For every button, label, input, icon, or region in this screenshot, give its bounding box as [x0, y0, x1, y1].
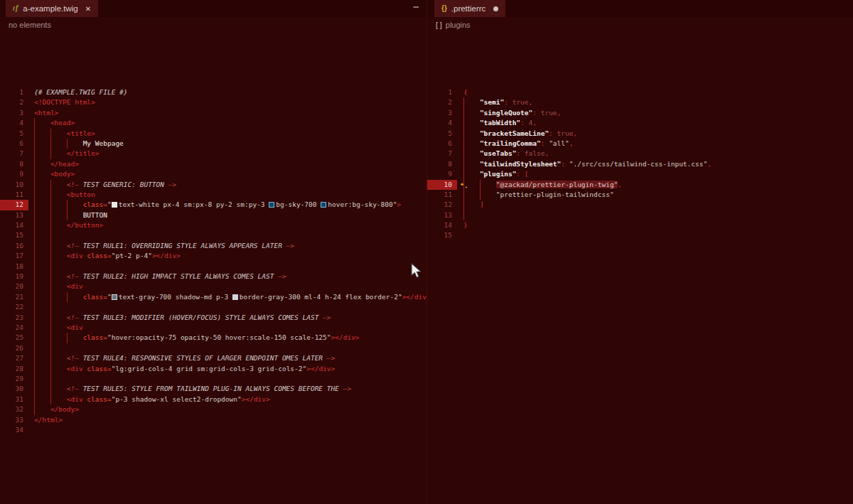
code-text — [28, 343, 67, 353]
code-line[interactable]: 14} — [427, 220, 853, 230]
tab-prettierrc[interactable]: {} .prettierrc — [434, 0, 505, 17]
code-line[interactable]: 13BUTTON — [0, 210, 426, 220]
tab-bar-right: {} .prettierrc — [427, 0, 853, 17]
code-line[interactable]: 29 — [0, 374, 426, 384]
indent-guide — [50, 333, 67, 343]
tab-a-example-twig[interactable]: ıƒ a-example.twig ✕ — [6, 0, 98, 17]
code-line[interactable]: 14</button> — [0, 220, 426, 230]
code-text: <div class="p-3 shadow-xl select2-dropdo… — [28, 395, 270, 404]
indent-guide — [34, 384, 50, 394]
breadcrumb[interactable]: [ ] plugins — [427, 17, 853, 33]
code-line[interactable]: 11<button — [0, 190, 426, 200]
code-text: "plugins": [ — [457, 169, 529, 179]
code-line[interactable]: 20<div — [0, 282, 426, 291]
code-line[interactable]: 6My Webpage — [0, 139, 426, 149]
indent-guide — [34, 404, 50, 414]
code-line[interactable]: 31<div class="p-3 shadow-xl select2-drop… — [0, 395, 426, 404]
modified-dot-icon[interactable] — [493, 6, 498, 11]
code-line[interactable]: 19<!— TEST RULE2: HIGH IMPACT STYLE ALWA… — [0, 272, 426, 282]
line-number: 12 — [0, 200, 28, 210]
code-line[interactable]: 8</head> — [0, 159, 426, 169]
code-line[interactable]: 7"useTabs": false, — [427, 149, 853, 159]
indent-guide — [50, 220, 67, 230]
line-number: 4 — [427, 118, 457, 128]
indent-guide — [67, 210, 83, 220]
code-line[interactable]: 25class="hover:opacity-75 opacity-50 hov… — [0, 333, 426, 343]
line-number: 32 — [0, 404, 28, 414]
indent-guide — [67, 333, 83, 343]
indent-guide — [34, 118, 50, 128]
line-number: 12 — [427, 200, 457, 210]
code-line[interactable]: 5"bracketSameLine": true, — [427, 129, 853, 139]
indent-guide — [67, 139, 83, 149]
code-text — [28, 425, 34, 435]
code-line[interactable]: 10<!— TEST GENERIC: BUTTON —> — [0, 180, 426, 190]
code-line[interactable]: 17<div class="pt-2 p-4"></div> — [0, 251, 426, 261]
code-line[interactable]: 12class="text-white px-4 sm:px-8 py-2 sm… — [0, 200, 426, 210]
indent-guide — [50, 251, 67, 261]
indent-guide — [463, 108, 480, 118]
sparkle-icon[interactable]: ✦✦ — [460, 181, 464, 188]
line-number: 5 — [0, 129, 28, 139]
code-line[interactable]: 8"tailwindStylesheet": "./src/css/tailwi… — [427, 159, 853, 169]
line-number: 11 — [427, 190, 457, 200]
code-line[interactable]: 4<head> — [0, 118, 426, 128]
indent-guide — [50, 139, 67, 149]
breadcrumb[interactable]: no elements — [0, 17, 426, 33]
code-line[interactable]: 10"@zackad/prettier-plugin-twig",✦✦ — [427, 180, 853, 190]
code-line[interactable]: 12] — [427, 200, 853, 210]
indent-guide — [50, 262, 67, 272]
code-line[interactable]: 1{# EXAMPLE.TWIG FILE #} — [0, 87, 426, 97]
code-line[interactable]: 23<!— TEST RULE3: MODIFIER (HOVER/FOCUS)… — [0, 313, 426, 323]
code-line[interactable]: 9<body> — [0, 169, 426, 179]
editor-group-left: ıƒ a-example.twig ✕ ⋯ no elements 1{# EX… — [0, 0, 427, 504]
code-text: <!DOCTYPE html> — [28, 97, 95, 107]
more-actions-icon[interactable]: ⋯ — [413, 1, 419, 12]
code-line[interactable]: 18 — [0, 262, 426, 272]
code-line[interactable]: 27<!— TEST RULE4: RESPONSIVE STYLES OF L… — [0, 353, 426, 363]
code-line[interactable]: 16<!— TEST RULE1: OVERRIDING STYLE ALWAY… — [0, 241, 426, 251]
indent-guide — [50, 149, 67, 159]
code-text: "useTabs": false, — [457, 149, 549, 159]
code-line[interactable]: 3<html> — [0, 108, 426, 118]
code-line[interactable]: 32</body> — [0, 404, 426, 414]
code-line[interactable]: 1{ — [427, 87, 853, 97]
code-line[interactable]: 11"prettier-plugin-tailwindcss" — [427, 190, 853, 200]
code-text: </head> — [28, 159, 79, 169]
code-line[interactable]: 2<!DOCTYPE html> — [0, 97, 426, 107]
indent-guide — [34, 262, 50, 272]
indent-guide — [50, 129, 67, 139]
code-line[interactable]: 33</html> — [0, 415, 426, 425]
code-line[interactable]: 34 — [0, 425, 426, 435]
close-icon[interactable]: ✕ — [85, 5, 91, 13]
code-text: <body> — [28, 169, 75, 179]
code-line[interactable]: 9"plugins": [ — [427, 169, 853, 179]
code-editor-twig[interactable]: 1{# EXAMPLE.TWIG FILE #}2<!DOCTYPE html>… — [0, 33, 426, 435]
code-line[interactable]: 22 — [0, 302, 426, 312]
code-line[interactable]: 4"tabWidth": 4, — [427, 118, 853, 128]
code-text: <div class="pt-2 p-4"></div> — [28, 251, 181, 261]
code-line[interactable]: 15 — [0, 230, 426, 240]
indent-guide — [50, 384, 67, 394]
code-line[interactable]: 6"trailingComma": "all", — [427, 139, 853, 149]
code-line[interactable]: 24<div — [0, 323, 426, 333]
code-line[interactable]: 13 — [427, 210, 853, 220]
indent-guide — [34, 230, 50, 240]
code-line[interactable]: 28<div class="lg:grid-cols-4 grid sm:gri… — [0, 364, 426, 374]
line-number: 15 — [0, 230, 28, 240]
code-text — [28, 230, 67, 240]
code-line[interactable]: 30<!— TEST RULE5: STYLE FROM TAILWIND PL… — [0, 384, 426, 394]
code-text: "semi": true, — [457, 97, 532, 107]
code-line[interactable]: 21class="text-gray-700 shadow-md p-3 bor… — [0, 292, 426, 302]
code-editor-prettierrc[interactable]: 1{2"semi": true,3"singleQuote": true,4"t… — [427, 33, 853, 241]
code-line[interactable]: 15 — [427, 230, 853, 240]
code-line[interactable]: 3"singleQuote": true, — [427, 108, 853, 118]
code-line[interactable]: 5<title> — [0, 129, 426, 139]
code-line[interactable]: 26 — [0, 343, 426, 353]
code-text: </button> — [28, 220, 103, 230]
line-number: 9 — [0, 169, 28, 179]
line-number: 30 — [0, 384, 28, 394]
line-number: 33 — [0, 415, 28, 425]
code-line[interactable]: 7</title> — [0, 149, 426, 159]
code-line[interactable]: 2"semi": true, — [427, 97, 853, 107]
